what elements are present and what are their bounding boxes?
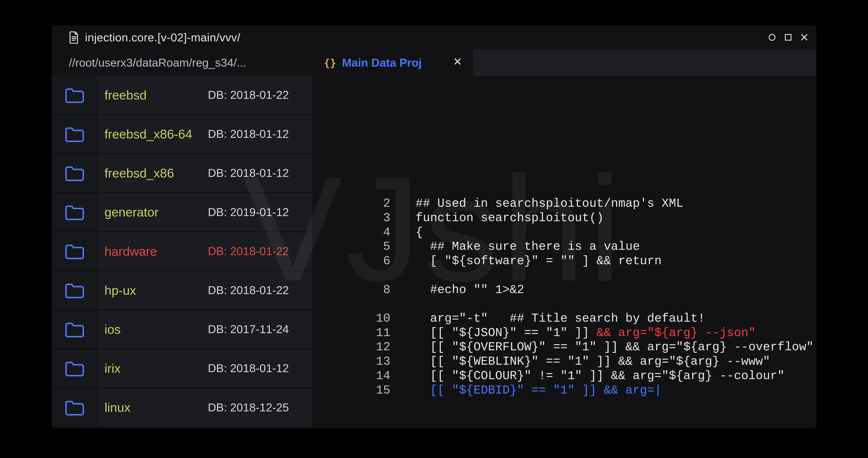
code-line: #echo "" 1>&2: [415, 283, 816, 297]
sidebar-item-hp-ux[interactable]: hp-uxDB: 2018-01-22: [52, 271, 312, 310]
sidebar-item-meta: DB: 2019-01-12: [201, 193, 312, 232]
document-icon: [69, 31, 79, 44]
folder-icon: [52, 232, 98, 271]
tab-label: Main Data Proj: [342, 56, 422, 69]
line-number: 11: [312, 326, 396, 340]
titlebar: injection.core.[v-02]-main/vvv/: [52, 25, 816, 50]
sidebar-item-label: linux: [98, 389, 201, 427]
code-editor[interactable]: 234568101112131415 ## Used in searchsplo…: [312, 76, 816, 429]
folder-icon: [52, 389, 98, 427]
svg-rect-4: [785, 34, 791, 40]
line-number: 12: [312, 340, 396, 354]
sidebar-item-meta: DB: 2018-01-12: [201, 349, 312, 388]
sidebar-item-meta: DB: 2018-01-12: [201, 154, 312, 193]
sidebar-item-label: generator: [98, 193, 201, 232]
sidebar-item-label: hp-ux: [98, 271, 201, 310]
window-close-button[interactable]: [800, 33, 808, 41]
tab-strip: {} Main Data Proj: [312, 49, 816, 76]
line-number: 10: [312, 312, 396, 326]
sidebar-item-meta: DB: 2018-01-22: [201, 271, 312, 310]
folder-icon: [52, 310, 98, 349]
sidebar-item-meta: DB: 2018-01-12: [201, 115, 312, 153]
tab-main-data-proj[interactable]: {} Main Data Proj: [312, 49, 473, 76]
code-line: [415, 297, 816, 312]
code-line: ## Make sure there is a value: [415, 239, 816, 254]
editor-content: ## Used in searchsploitout/nmap's XMLfun…: [415, 76, 816, 429]
sidebar-item-generator[interactable]: generatorDB: 2019-01-12: [52, 193, 312, 232]
sidebar-item-meta: DB: 2017-11-24: [201, 310, 312, 349]
sidebar-item-freebsd[interactable]: freebsdDB: 2018-01-22: [52, 76, 312, 115]
line-number: 6: [312, 254, 396, 268]
sidebar-item-label: freebsd_x86-64: [98, 115, 201, 153]
line-number: [312, 297, 396, 312]
sidebar-item-label: hardware: [98, 232, 201, 271]
tab-close-button[interactable]: [454, 57, 462, 68]
sidebar-item-label: freebsd: [98, 76, 201, 115]
folder-icon: [52, 271, 98, 310]
sidebar-item-meta: DB: 2018-01-22: [201, 232, 312, 271]
line-number: 2: [312, 197, 396, 211]
sidebar: freebsdDB: 2018-01-22freebsd_x86-64DB: 2…: [52, 76, 312, 429]
sidebar-item-meta: DB: 2018-12-25: [201, 389, 312, 427]
code-line: function searchsploitout(): [415, 211, 816, 225]
line-number: 13: [312, 354, 396, 369]
sidebar-item-ios[interactable]: iosDB: 2017-11-24: [52, 310, 312, 349]
app-window: injection.core.[v-02]-main/vvv/ //root/u…: [52, 25, 816, 429]
sidebar-item-label: irix: [98, 349, 201, 388]
code-line: [[ "${COLOUR}" != "1" ]] && arg="${arg} …: [415, 369, 816, 383]
folder-icon: [52, 193, 98, 232]
line-number: 14: [312, 369, 396, 383]
line-number: 8: [312, 283, 396, 297]
sidebar-item-hardware[interactable]: hardwareDB: 2018-01-22: [52, 232, 312, 271]
sidebar-item-freebsd-x86-64[interactable]: freebsd_x86-64DB: 2018-01-12: [52, 115, 312, 154]
breadcrumb-path: //root/userx3/dataRoam/reg_s34/...: [69, 56, 246, 69]
line-number: 3: [312, 211, 396, 225]
code-line: [ "${software}" = "" ] && return: [415, 254, 816, 268]
line-number: 4: [312, 225, 396, 239]
code-line: ## Used in searchsploitout/nmap's XML: [415, 197, 816, 211]
code-line: [[ "${JSON}" == "1" ]] && arg="${arg} --…: [415, 326, 816, 340]
sidebar-item-irix[interactable]: irixDB: 2018-01-12: [52, 349, 312, 389]
braces-icon: {}: [324, 57, 336, 69]
sidebar-item-label: ios: [98, 310, 201, 349]
code-line: [[ "${EDBID}" == "1" ]] && arg=|: [415, 383, 816, 398]
sidebar-item-label: freebsd_x86: [98, 154, 201, 193]
code-line: {: [415, 225, 816, 239]
code-line: [415, 268, 816, 283]
folder-icon: [52, 115, 98, 153]
breadcrumb[interactable]: //root/userx3/dataRoam/reg_s34/...: [52, 49, 312, 76]
code-line: arg="-t" ## Title search by default!: [415, 312, 816, 326]
line-number: [312, 268, 396, 283]
svg-point-3: [769, 34, 775, 40]
line-number: 5: [312, 239, 396, 254]
line-number: 15: [312, 383, 396, 398]
folder-icon: [52, 154, 98, 193]
window-minimize-button[interactable]: [768, 33, 776, 41]
sidebar-item-meta: DB: 2018-01-22: [201, 76, 312, 115]
code-line: [[ "${OVERFLOW}" == "1" ]] && arg="${arg…: [415, 340, 816, 354]
window-maximize-button[interactable]: [784, 33, 792, 41]
sidebar-item-freebsd-x86[interactable]: freebsd_x86DB: 2018-01-12: [52, 154, 312, 193]
window-title: injection.core.[v-02]-main/vvv/: [85, 31, 240, 44]
sidebar-item-linux[interactable]: linuxDB: 2018-12-25: [52, 389, 312, 427]
editor-gutter: 234568101112131415: [312, 76, 396, 429]
folder-icon: [52, 349, 98, 388]
folder-icon: [52, 76, 98, 115]
code-line: [[ "${WEBLINK}" == "1" ]] && arg="${arg}…: [415, 354, 816, 369]
